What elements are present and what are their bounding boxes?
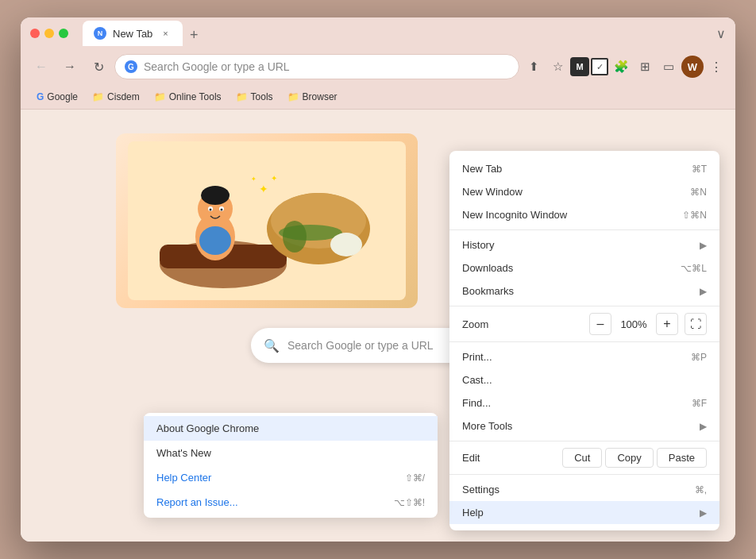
- bookmark-online-tools[interactable]: 📁 Online Tools: [148, 89, 228, 105]
- close-window-button[interactable]: [30, 29, 40, 38]
- menu-item-bookmarks[interactable]: Bookmarks ▶: [449, 280, 719, 303]
- title-bar: N New Tab × + ∨: [21, 17, 735, 49]
- menu-item-label: Find...: [462, 397, 692, 409]
- menu-section-new: New Tab ⌘T New Window ⌘N New Incognito W…: [449, 154, 719, 230]
- page-content: ✦ ✦ ✦ 🔍 Search Google or type a URL G Go…: [21, 110, 735, 542]
- chevron-icon[interactable]: ∨: [716, 26, 726, 41]
- zoom-out-button[interactable]: –: [589, 313, 611, 335]
- chrome-menu: New Tab ⌘T New Window ⌘N New Incognito W…: [449, 151, 719, 530]
- menu-item-shortcut: ⌥⌘L: [681, 263, 707, 274]
- bookmark-label: Tools: [251, 91, 273, 102]
- menu-item-shortcut: ⌘T: [692, 164, 707, 175]
- bookmarks-bar: G Google 📁 Cisdem 📁 Online Tools 📁 Tools…: [21, 84, 735, 110]
- paste-button[interactable]: Paste: [657, 448, 707, 468]
- help-submenu-item-report-issue[interactable]: Report an Issue... ⌥⇧⌘!: [144, 490, 438, 515]
- menu-section-history: History ▶ Downloads ⌥⌘L Bookmarks ▶: [449, 230, 719, 306]
- menu-item-shortcut: ⌘N: [690, 187, 707, 198]
- forward-button[interactable]: →: [57, 54, 83, 79]
- tab-favicon: N: [94, 27, 106, 40]
- bookmark-label: Browser: [303, 91, 338, 102]
- zoom-in-button[interactable]: +: [656, 313, 678, 335]
- menu-item-settings[interactable]: Settings ⌘,: [449, 478, 719, 501]
- help-submenu-item-help-center[interactable]: Help Center ⇧⌘/: [144, 465, 438, 490]
- svg-point-15: [283, 221, 307, 253]
- bookmark-cisdem[interactable]: 📁 Cisdem: [86, 89, 146, 105]
- menu-item-downloads[interactable]: Downloads ⌥⌘L: [449, 256, 719, 280]
- star-icon[interactable]: ☆: [546, 56, 569, 78]
- bookmark-label: Google: [47, 91, 78, 102]
- folder-icon: 📁: [154, 91, 166, 102]
- menu-item-label: Print...: [462, 351, 691, 363]
- zoom-buttons: – 100% + ⛶: [589, 313, 707, 335]
- help-item-label: About Google Chrome: [156, 422, 259, 434]
- maximize-window-button[interactable]: [59, 29, 68, 38]
- menu-item-label: More Tools: [462, 420, 700, 432]
- back-button[interactable]: ←: [29, 54, 54, 79]
- zoom-label: Zoom: [462, 318, 589, 330]
- svg-point-5: [201, 186, 230, 205]
- copy-button[interactable]: Copy: [605, 448, 653, 468]
- menu-item-print[interactable]: Print... ⌘P: [449, 345, 719, 368]
- menu-item-new-window[interactable]: New Window ⌘N: [449, 180, 719, 203]
- google-icon: G: [125, 60, 137, 73]
- tab-title: New Tab: [113, 28, 152, 40]
- menu-item-label: New Incognito Window: [462, 209, 682, 221]
- menu-item-label: Help: [462, 507, 700, 519]
- bookmark-label: Online Tools: [169, 91, 222, 102]
- doodle-area: ✦ ✦ ✦: [116, 133, 418, 308]
- bookmark-tools[interactable]: 📁 Tools: [230, 89, 280, 105]
- svg-point-14: [330, 233, 362, 256]
- cut-button[interactable]: Cut: [562, 448, 602, 468]
- svg-text:✦: ✦: [251, 175, 256, 183]
- help-submenu: About Google Chrome What's New Help Cent…: [144, 413, 438, 518]
- menu-item-shortcut: ⇧⌘N: [682, 210, 707, 221]
- share-icon[interactable]: ⬆: [523, 56, 545, 78]
- new-tab-button[interactable]: +: [183, 24, 205, 46]
- address-bar[interactable]: G Search Google or type a URL: [114, 54, 519, 79]
- menu-item-cast[interactable]: Cast...: [449, 368, 719, 391]
- arrow-icon: ▶: [700, 240, 707, 251]
- edit-label: Edit: [462, 452, 562, 464]
- refresh-button[interactable]: ↻: [86, 54, 111, 79]
- menu-item-new-tab[interactable]: New Tab ⌘T: [449, 157, 719, 180]
- profile-icon[interactable]: W: [681, 56, 704, 78]
- help-item-label: What's New: [156, 447, 211, 459]
- menu-item-shortcut: ⌘F: [692, 398, 707, 409]
- active-tab[interactable]: N New Tab ×: [83, 21, 183, 46]
- bookmark-label: Cisdem: [107, 91, 140, 102]
- menu-section-edit: Edit Cut Copy Paste: [449, 441, 719, 475]
- memoir-icon[interactable]: M: [570, 57, 589, 76]
- bookmark-google[interactable]: G Google: [30, 89, 84, 105]
- edit-buttons: Cut Copy Paste: [562, 448, 707, 468]
- chrome-menu-button[interactable]: ⋮: [705, 56, 727, 78]
- menu-item-label: History: [462, 239, 700, 251]
- help-submenu-item-whats-new[interactable]: What's New: [144, 441, 438, 465]
- svg-text:✦: ✦: [259, 183, 268, 195]
- menu-item-history[interactable]: History ▶: [449, 233, 719, 256]
- todo-icon[interactable]: ✓: [591, 58, 608, 75]
- zoom-control: Zoom – 100% + ⛶: [449, 310, 719, 338]
- search-icon: 🔍: [264, 338, 280, 353]
- media-icon[interactable]: ▭: [658, 56, 680, 78]
- menu-item-more-tools[interactable]: More Tools ▶: [449, 414, 719, 438]
- extension1-icon[interactable]: 🧩: [610, 56, 632, 78]
- menu-item-label: Settings: [462, 484, 695, 495]
- menu-item-new-incognito[interactable]: New Incognito Window ⇧⌘N: [449, 203, 719, 226]
- help-submenu-item-about[interactable]: About Google Chrome: [144, 416, 438, 441]
- toolbar-icons: ⬆ ☆ M ✓ 🧩 ⊞ ▭ W ⋮: [523, 56, 727, 78]
- folder-icon: 📁: [236, 91, 248, 102]
- menu-section-zoom: Zoom – 100% + ⛶: [449, 306, 719, 342]
- menu-item-find[interactable]: Find... ⌘F: [449, 391, 719, 414]
- menu-section-settings: Settings ⌘, Help ▶: [449, 475, 719, 527]
- menu-item-label: Downloads: [462, 262, 681, 274]
- address-text: Search Google or type a URL: [144, 60, 290, 73]
- arrow-icon: ▶: [700, 507, 707, 519]
- menu-item-help[interactable]: Help ▶: [449, 501, 719, 524]
- tab-close-button[interactable]: ×: [159, 27, 172, 40]
- arrow-icon: ▶: [700, 286, 707, 297]
- fullscreen-button[interactable]: ⛶: [685, 313, 707, 335]
- minimize-window-button[interactable]: [44, 29, 54, 38]
- svg-text:✦: ✦: [271, 174, 277, 183]
- extensions-icon[interactable]: ⊞: [634, 56, 656, 78]
- bookmark-browser[interactable]: 📁 Browser: [281, 89, 344, 105]
